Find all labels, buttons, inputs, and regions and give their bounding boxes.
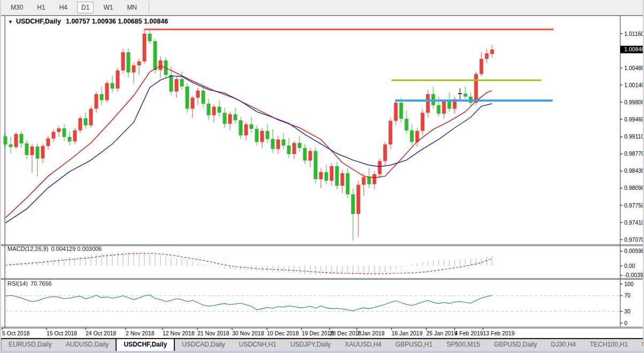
time-axis-label: 15 Oct 2018	[47, 330, 77, 336]
price-axis-label: 0.97070	[624, 236, 644, 243]
timeframe-button-w1[interactable]: W1	[99, 2, 117, 13]
tab-xauusd-h4[interactable]: XAUUSD,H4	[338, 339, 389, 352]
time-axis-label: 2 Nov 2018	[126, 330, 155, 336]
macd-name: MACD(12,26,9)	[7, 245, 48, 252]
current-price-value: 1.00846	[624, 46, 644, 52]
price-axis-label: 0.98090	[624, 185, 644, 191]
chart-plot-area[interactable]: ▼USDCHF,Daily1.00757 1.00936 1.00685 1.0…	[1, 15, 644, 338]
time-axis-label: 21 Nov 2018	[197, 330, 229, 336]
price-axis-label: 1.01160	[624, 30, 644, 37]
time-axis-label: 5 Oct 2018	[2, 330, 30, 336]
price-axis-label: 0.99800	[624, 99, 644, 105]
timeframe-button-mn[interactable]: MN	[122, 2, 141, 13]
rsi-axis-label: 0	[624, 320, 627, 326]
rsi-name: RSI(14)	[7, 280, 28, 287]
timeframe-button-m30[interactable]: M30	[6, 2, 27, 13]
price-axis-label: 0.99460	[624, 116, 644, 122]
time-axis-label: 19 Dec 2018	[302, 330, 334, 336]
tab-tech100-h1[interactable]: TECH100,H1	[583, 339, 635, 352]
window-bottom-edge	[1, 351, 644, 353]
price-axis-label: 0.97750	[624, 202, 644, 209]
time-axis-label: 7 Jan 2019	[357, 330, 385, 336]
tab-dj30-h4[interactable]: DJ30,H4	[544, 339, 583, 352]
chart-tab-bar: EURUSD,DailyAUDUSD,DailyUSDCHF,DailyUSDC…	[1, 338, 644, 352]
price-axis-label: 1.00480	[624, 65, 644, 71]
tab-usdcnh-h1[interactable]: USDCNH,H1	[232, 339, 283, 352]
time-axis-label: 13 Feb 2019	[483, 330, 515, 336]
time-axis-label: 25 Jan 2019	[426, 330, 457, 336]
chart-title: ▼USDCHF,Daily1.00757 1.00936 1.00685 1.0…	[8, 18, 168, 25]
price-axis-label: 0.99110	[624, 133, 644, 140]
rsi-axis-label: 30	[624, 308, 631, 314]
tab-sp500-m15[interactable]: SP500,M15	[440, 339, 487, 352]
price-axis-label: 0.98430	[624, 167, 644, 174]
chart-dropdown-icon: ▼	[8, 19, 13, 25]
timeframe-button-h4[interactable]: H4	[55, 2, 72, 13]
rsi-value: 70.7656	[30, 280, 52, 287]
macd-axis-label: -0.003954	[624, 272, 644, 278]
time-axis-label: 16 Jan 2019	[392, 330, 423, 336]
time-axis-label: 24 Oct 2018	[86, 330, 116, 336]
tab-gbpusd-h1[interactable]: GBPUSD,H1	[388, 339, 439, 352]
price-axis-label: 0.98770	[624, 150, 644, 157]
tab-ui[interactable]: UI	[635, 339, 644, 352]
time-axis-label: 12 Nov 2018	[163, 330, 195, 336]
rsi-axis-label: 70	[624, 292, 631, 298]
chart-ohlc-values: 1.00757 1.00936 1.00685 1.00846	[66, 18, 168, 25]
chart-symbol-label: USDCHF,Daily	[16, 18, 61, 25]
timeframe-button-d1[interactable]: D1	[77, 2, 94, 13]
macd-values: 0.004129 0.003006	[51, 245, 102, 252]
price-axis-label: 0.97410	[624, 219, 644, 226]
rsi-axis-label: 100	[624, 281, 634, 287]
macd-axis-label: 0.005985	[624, 248, 644, 254]
trading-platform-window: M30H1H4D1W1MN ▼USDCHF,Daily1.00757 1.009…	[0, 0, 644, 353]
timeframe-toolbar: M30H1H4D1W1MN	[1, 0, 644, 16]
tab-usdcad-daily[interactable]: USDCAD,Daily	[175, 339, 232, 352]
toolbar-separator	[149, 2, 149, 13]
macd-label: MACD(12,26,9)0.004129 0.003006	[7, 245, 102, 252]
tab-eurusd-daily[interactable]: EURUSD,Daily	[2, 339, 59, 352]
chart-background	[4, 16, 644, 328]
time-axis-label: 4 Feb 2019	[455, 330, 483, 336]
tab-gbpusd-daily[interactable]: GBPUSD,Daily	[487, 339, 544, 352]
time-axis-label: 30 Nov 2018	[232, 330, 264, 336]
timeframe-button-h1[interactable]: H1	[33, 2, 49, 13]
macd-axis-label: 0.00	[624, 263, 635, 269]
tab-audusd-daily[interactable]: AUDUSD,Daily	[59, 339, 116, 352]
tab-usdchf-daily[interactable]: USDCHF,Daily	[116, 338, 175, 352]
time-axis-label: 10 Dec 2018	[267, 330, 299, 336]
price-axis-label: 1.00140	[624, 82, 644, 88]
tab-usdjpy-daily[interactable]: USDJPY,Daily	[283, 339, 338, 352]
